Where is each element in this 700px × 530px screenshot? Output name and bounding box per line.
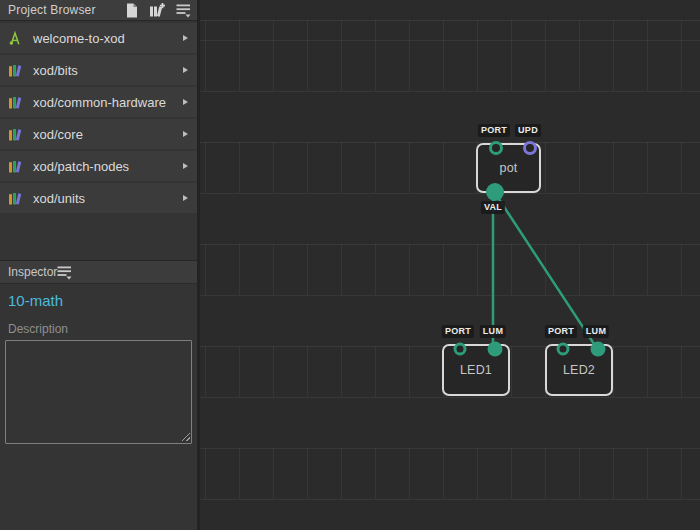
sidebar-item-label: welcome-to-xod [33,31,183,46]
pin-led2-lum[interactable] [591,342,606,357]
sidebar-item-label: xod/common-hardware [33,95,183,110]
node-pot[interactable]: pot [476,143,541,193]
pin-pot-port[interactable] [489,141,503,155]
node-label: pot [500,161,518,175]
inspector-body: 10-math Description [0,284,197,530]
sidebar-item-xod-patch-nodes[interactable]: xod/patch-nodes [0,151,197,181]
sidebar-item-welcome-to-xod[interactable]: welcome-to-xod [0,23,197,53]
project-browser-toolbar [126,3,191,18]
sidebar-item-xod-common-hardware[interactable]: xod/common-hardware [0,87,197,117]
add-library-icon[interactable] [149,3,165,18]
links-layer [200,0,700,530]
inspector-panel: Inspector 10-math Description [0,260,197,530]
description-input[interactable] [5,340,192,444]
chevron-right-icon [183,131,188,137]
library-icon [8,63,24,78]
project-browser-title: Project Browser [8,3,126,17]
library-icon [8,95,24,110]
chevron-right-icon [183,67,188,73]
pin-label-pot-upd: UPD [515,124,541,137]
sidebar-item-xod-bits[interactable]: xod/bits [0,55,197,85]
chevron-right-icon [183,99,188,105]
description-field-wrap [5,340,192,444]
project-browser-header: Project Browser [0,0,197,21]
sidebar-item-label: xod/core [33,127,183,142]
pin-label-led1-lum: LUM [480,325,506,338]
chevron-right-icon [183,35,188,41]
selected-patch-name: 10-math [8,292,192,309]
sidebar-item-label: xod/patch-nodes [33,159,183,174]
node-led1[interactable]: LED1 [442,344,510,396]
pin-label-led2-lum: LUM [583,325,609,338]
pin-label-led1-port: PORT [442,325,474,338]
project-browser-empty-area [0,215,197,260]
sidebar-item-xod-units[interactable]: xod/units [0,183,197,213]
description-label: Description [8,322,192,336]
patch-canvas[interactable]: PORTUPDVALpotPORTLUMLED1PORTLUMLED2 [200,0,700,530]
pin-pot-val[interactable] [486,183,504,201]
sidebar-item-label: xod/units [33,191,183,206]
pin-pot-upd[interactable] [523,141,537,155]
chevron-right-icon [183,163,188,169]
sidebar-item-xod-core[interactable]: xod/core [0,119,197,149]
pin-label-pot-port: PORT [478,124,510,137]
pin-led1-port[interactable] [454,343,467,356]
browser-menu-icon[interactable] [176,3,191,18]
node-label: LED1 [460,363,492,377]
sidebar-item-label: xod/bits [33,63,183,78]
chevron-right-icon [183,195,188,201]
xod-ide-window: Project Browser welcome-to-xodxod/bitsxo… [0,0,700,530]
left-sidebar: Project Browser welcome-to-xodxod/bitsxo… [0,0,197,530]
library-icon [8,191,24,206]
node-label: LED2 [563,363,595,377]
new-patch-icon[interactable] [126,3,138,18]
inspector-header: Inspector [0,261,197,284]
pin-label-pot-val: VAL [481,201,505,214]
library-icon [8,159,24,174]
pin-led2-port[interactable] [557,343,570,356]
inspector-title: Inspector [8,265,57,279]
library-icon [8,127,24,142]
pin-label-led2-port: PORT [545,325,577,338]
link-pot-val-to-led2-lum[interactable] [493,190,596,347]
inspector-menu-icon[interactable] [57,265,72,280]
project-icon [8,31,24,46]
node-led2[interactable]: LED2 [545,344,613,396]
pin-led1-lum[interactable] [488,342,503,357]
project-browser-list: welcome-to-xodxod/bitsxod/common-hardwar… [0,21,197,215]
inspector-toolbar [57,265,72,280]
